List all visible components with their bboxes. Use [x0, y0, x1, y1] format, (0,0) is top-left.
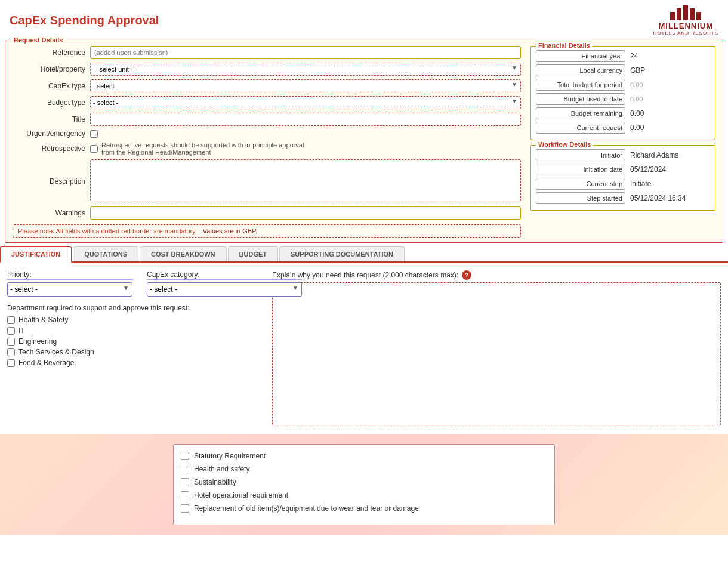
workflow-details-legend: Workflow Details	[536, 141, 593, 148]
right-panels: Financial Details Financial year 24 Loca…	[530, 46, 715, 238]
budget-type-wrapper: - select -	[90, 96, 521, 109]
capex-type-label: CapEx type	[13, 82, 90, 90]
hotel-property-select[interactable]: -- select unit --	[90, 63, 521, 76]
financial-year-value: 24	[630, 52, 638, 60]
current-step-btn[interactable]: Current step	[536, 178, 625, 190]
step-started-value: 05/12/2024 16:34	[630, 194, 686, 202]
budget-used-btn[interactable]: Budget used to date	[536, 93, 625, 105]
description-label: Description	[13, 177, 90, 186]
initiator-btn[interactable]: Initiator	[536, 149, 625, 161]
budget-used-row: Budget used to date 0.00	[536, 93, 710, 105]
total-budget-sub: 0.00	[630, 81, 643, 88]
financial-year-btn[interactable]: Financial year	[536, 50, 625, 62]
justification-left: Priority: - select - CapEx category: - s…	[7, 270, 258, 427]
dept-health-safety-label: Health & Safety	[18, 316, 68, 324]
warnings-control	[90, 206, 521, 220]
warnings-input[interactable]	[90, 206, 521, 220]
title-input[interactable]	[90, 113, 521, 126]
capex-category-select-wrapper: - select -	[147, 282, 302, 297]
bottom-section: Statutory Requirement Health and safety …	[0, 434, 728, 535]
local-currency-btn[interactable]: Local currency	[536, 64, 625, 76]
tab-budget[interactable]: BUDGET	[228, 246, 278, 261]
justification-tab-content: Priority: - select - CapEx category: - s…	[0, 263, 728, 434]
dept-engineering: Engineering	[7, 337, 258, 346]
warnings-label: Warnings	[13, 209, 90, 217]
tab-cost-breakdown[interactable]: COST BREAKDOWN	[140, 246, 227, 261]
sustainability-label: Sustainability	[194, 478, 236, 486]
reference-label: Reference	[13, 48, 90, 57]
workflow-details-panel: Workflow Details Initiator Richard Adams…	[530, 145, 715, 211]
reference-input[interactable]	[90, 46, 521, 59]
dept-health-safety: Health & Safety	[7, 316, 258, 324]
reference-control	[90, 46, 521, 59]
explain-section: Explain why you need this request (2,000…	[272, 270, 721, 427]
retrospective-note: Retrospective requests should be support…	[101, 141, 304, 156]
hotel-property-label: Hotel/property	[13, 65, 90, 73]
warnings-row: Warnings	[13, 206, 521, 220]
health-safety-label: Health and safety	[194, 465, 249, 473]
explain-textarea[interactable]	[272, 282, 721, 425]
statutory-label: Statutory Requirement	[194, 452, 266, 460]
dept-engineering-label: Engineering	[18, 337, 57, 346]
dept-it-checkbox[interactable]	[7, 327, 15, 335]
logo: MILLENNIUM HOTELS AND RESORTS	[653, 5, 718, 36]
hotel-operational-label: Hotel operational requirement	[194, 491, 288, 499]
replacement-checkbox[interactable]	[181, 504, 189, 513]
budget-remaining-btn[interactable]: Budget remaining	[536, 107, 625, 119]
replacement-label: Replacement of old item(s)/equipment due…	[194, 504, 419, 513]
financial-details-panel: Financial Details Financial year 24 Loca…	[530, 46, 715, 140]
capex-type-select[interactable]: - select -	[90, 79, 521, 92]
hotel-operational-checkbox[interactable]	[181, 491, 189, 499]
explain-label-text: Explain why you need this request (2,000…	[272, 271, 458, 279]
initiation-date-btn[interactable]: Initiation date	[536, 164, 625, 175]
tabs-bar: JUSTIFICATION QUOTATIONS COST BREAKDOWN …	[0, 246, 728, 263]
statutory-checkbox[interactable]	[181, 452, 189, 460]
dept-engineering-checkbox[interactable]	[7, 338, 15, 346]
tab-justification[interactable]: JUSTIFICATION	[0, 246, 72, 263]
initiation-date-row: Initiation date 05/12/2024	[536, 164, 710, 175]
financial-details-legend: Financial Details	[536, 42, 593, 49]
dept-food-beverage-label: Food & Beverage	[18, 359, 74, 367]
dept-health-safety-checkbox[interactable]	[7, 316, 15, 324]
title-label: Title	[13, 115, 90, 124]
capex-type-control: - select -	[90, 79, 521, 92]
sustainability-checkbox[interactable]	[181, 478, 189, 486]
total-budget-btn[interactable]: Total budget for period	[536, 79, 625, 91]
budget-remaining-value: 0.00	[630, 109, 644, 118]
budget-type-select[interactable]: - select -	[90, 96, 521, 109]
total-budget-row: Total budget for period 0.00	[536, 79, 710, 91]
bottom-item-health-safety: Health and safety	[181, 465, 547, 473]
urgent-row: Urgent/emergency	[13, 129, 521, 138]
description-textarea[interactable]	[90, 159, 521, 201]
tab-quotations[interactable]: QUOTATIONS	[73, 246, 138, 261]
current-step-row: Current step Initiate	[536, 178, 710, 190]
priority-select[interactable]: - select -	[7, 282, 132, 297]
health-safety-checkbox[interactable]	[181, 465, 189, 473]
notice-gbp-text: Values are in GBP.	[203, 227, 257, 235]
logo-text: MILLENNIUM	[658, 21, 713, 30]
notice-mandatory-text: Please note: All fields with a dotted re…	[18, 227, 196, 235]
capex-category-select[interactable]: - select -	[147, 282, 302, 297]
help-icon[interactable]: ?	[462, 270, 471, 280]
hotel-property-row: Hotel/property -- select unit --	[13, 63, 521, 76]
tab-supporting-documentation[interactable]: SUPPORTING DOCUMENTATION	[279, 246, 405, 261]
capex-type-row: CapEx type - select -	[13, 79, 521, 92]
header: CapEx Spending Approval MILLENNIUM HOTEL…	[0, 0, 728, 38]
dept-tech-services: Tech Services & Design	[7, 348, 258, 356]
justification-columns: Priority: - select - CapEx category: - s…	[7, 270, 721, 427]
bottom-item-replacement: Replacement of old item(s)/equipment due…	[181, 504, 547, 513]
financial-year-row: Financial year 24	[536, 50, 710, 62]
title-row: Title	[13, 113, 521, 126]
step-started-btn[interactable]: Step started	[536, 192, 625, 204]
dept-food-beverage-checkbox[interactable]	[7, 359, 15, 367]
current-request-btn[interactable]: Current request	[536, 122, 625, 134]
priority-capex-row: Priority: - select - CapEx category: - s…	[7, 270, 258, 297]
retrospective-checkbox[interactable]	[90, 145, 98, 153]
page-title: CapEx Spending Approval	[10, 14, 159, 27]
budget-type-row: Budget type - select -	[13, 96, 521, 109]
title-control	[90, 113, 521, 126]
urgent-checkbox[interactable]	[90, 130, 98, 138]
request-details-legend: Request Details	[11, 36, 66, 44]
dept-tech-services-checkbox[interactable]	[7, 348, 15, 356]
local-currency-row: Local currency GBP	[536, 64, 710, 76]
